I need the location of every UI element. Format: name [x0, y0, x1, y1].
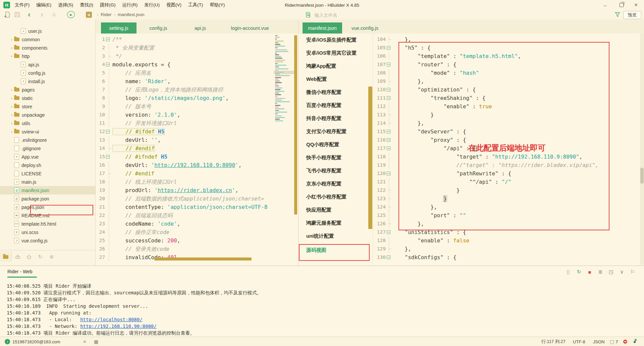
code-line-7[interactable]: 7 // 应用Logo，支持本地路径和网络路径: [96, 85, 275, 94]
code-line-5[interactable]: 5 // 应用名: [96, 69, 275, 77]
mute-bell-icon[interactable]: ⚐: [629, 269, 636, 275]
code-line-128[interactable]: 128 "enable" : false: [373, 236, 640, 245]
breadcrumb-file[interactable]: manifest.json: [118, 12, 145, 17]
manifest-menu-item[interactable]: 安卓/iOS原生插件配置: [299, 34, 372, 47]
code-line-109[interactable]: 109 },: [373, 77, 640, 85]
fold-icon[interactable]: [387, 138, 390, 142]
code-line-18[interactable]: 18 // 线上环境接口Url: [96, 178, 275, 186]
fold-icon[interactable]: [387, 230, 390, 234]
chevron-right-icon[interactable]: ›: [9, 37, 14, 42]
tree-item-http[interactable]: ›http: [0, 52, 95, 60]
tree-item-install.js[interactable]: Jinstall.js: [0, 77, 95, 85]
filetype-indicator[interactable]: JSON: [593, 337, 605, 346]
code-line-108[interactable]: 108 "mode" : "hash": [373, 69, 640, 77]
cursor-position[interactable]: 行:117 列:27: [541, 337, 566, 346]
fold-icon[interactable]: [106, 63, 110, 66]
manifest-menu-item[interactable]: 快应用配置: [299, 204, 372, 217]
code-line-122[interactable]: 122 }: [373, 186, 640, 194]
breadcrumb-project[interactable]: Rider: [101, 12, 111, 17]
minimize-button[interactable]: –: [598, 0, 612, 10]
menubar-item[interactable]: 帮助(Y): [206, 0, 228, 10]
code-line-10[interactable]: 10 version: '2.1.0',: [96, 111, 275, 119]
tree-item-template.h5.html[interactable]: <>template.h5.html: [0, 220, 95, 228]
code-line-9[interactable]: 9 // 版本号: [96, 102, 275, 111]
code-line-115[interactable]: 115 "devServer" : {: [373, 127, 640, 136]
encoding-indicator[interactable]: UTF-8: [573, 337, 585, 346]
code-line-125[interactable]: 125 "port" : "": [373, 211, 640, 220]
code-line-112[interactable]: 112 "enable" : true: [373, 102, 640, 111]
code-line-24[interactable]: 24 // 操作正常code: [96, 228, 275, 236]
menubar-item[interactable]: 发行(U): [141, 0, 163, 10]
plugins-globe-icon[interactable]: ⊕: [46, 252, 57, 262]
code-line-3[interactable]: 3 */: [96, 52, 275, 60]
restart-icon[interactable]: ↻: [576, 269, 582, 275]
code-line-14[interactable]: 14 // #endif: [96, 144, 275, 153]
chevron-right-icon[interactable]: ›: [9, 121, 14, 126]
code-line-21[interactable]: 21 contentType: 'application/json;charse…: [96, 203, 275, 211]
editor-vertical-scrollbar[interactable]: [294, 35, 297, 215]
manifest-menu-item[interactable]: 鸿蒙App配置: [299, 60, 372, 73]
code-line-124[interactable]: 124 },: [373, 203, 640, 211]
code-line-23[interactable]: 23 codeName: 'code',: [96, 220, 275, 228]
code-line-16[interactable]: 16 devUrl: 'http://192.168.110.9:8090',: [96, 161, 275, 169]
console-message-count[interactable]: ▢ 7: [610, 337, 618, 346]
code-line-6[interactable]: 6 name: 'Rider',: [96, 77, 275, 85]
manifest-menu-item[interactable]: uni统计配置: [299, 230, 372, 243]
run-button[interactable]: ▶: [66, 10, 75, 19]
code-line-110[interactable]: 110 "optimization" : {: [373, 85, 640, 94]
code-line-114[interactable]: 114 },: [373, 119, 640, 127]
code-line-118[interactable]: 118 "target" : "http://192.168.110.9:809…: [373, 153, 640, 161]
fold-icon[interactable]: [387, 63, 390, 66]
debug-icon[interactable]: [23, 252, 35, 262]
chevron-right-icon[interactable]: ›: [9, 96, 14, 101]
tree-item-main.js[interactable]: Jmain.js: [0, 178, 95, 186]
manifest-menu-item[interactable]: 快手小程序配置: [299, 151, 372, 164]
tab-login-account.vue[interactable]: login-account.vue: [220, 22, 279, 34]
code-line-126[interactable]: 126 },: [373, 220, 640, 228]
search-icon[interactable]: [12, 252, 23, 262]
manifest-menu-item[interactable]: 安卓/iOS常用其它设置: [299, 47, 372, 60]
fold-icon[interactable]: [387, 130, 390, 133]
navigate-forward-button[interactable]: ›: [38, 10, 46, 19]
tree-item-uview-ui[interactable]: ›uview-ui: [0, 127, 95, 136]
tree-item-uni.scss[interactable]: Suni.scss: [0, 228, 95, 236]
refresh-icon[interactable]: ↻: [35, 252, 46, 262]
log-link[interactable]: http://192.168.110.90:8080/: [80, 324, 157, 329]
tab-setting.js[interactable]: setting.js: [101, 22, 137, 34]
code-line-106[interactable]: 106 "template" : "template.h5.html",: [373, 52, 640, 60]
menubar-item[interactable]: 视图(V): [163, 0, 185, 10]
fold-icon[interactable]: [106, 130, 110, 133]
chevron-right-icon[interactable]: ›: [9, 129, 14, 134]
menubar-item[interactable]: 跳转(G): [97, 0, 119, 10]
tree-item-static[interactable]: ›static: [0, 94, 95, 102]
code-line-123[interactable]: 123 }: [373, 194, 640, 203]
outline-list-icon[interactable]: ≡: [83, 337, 86, 346]
tree-item-LICENSE[interactable]: LICENSE: [0, 169, 95, 178]
device-run-icon[interactable]: ▯: [565, 269, 572, 275]
project-explorer-icon[interactable]: [0, 252, 12, 262]
close-button[interactable]: ×: [629, 0, 643, 10]
code-line-25[interactable]: 25 successCode: 200,: [96, 236, 275, 245]
code-line-113[interactable]: 113 }: [373, 111, 640, 119]
manifest-menu-item[interactable]: 鸿蒙元服务配置: [299, 217, 372, 230]
fold-icon[interactable]: [106, 155, 110, 159]
editor-minimap[interactable]: [275, 35, 294, 176]
tab-vue.config.js[interactable]: vue.config.js: [342, 22, 388, 34]
manifest-menu-item[interactable]: 飞书小程序配置: [299, 164, 372, 177]
manifest-menu-item[interactable]: Web配置: [299, 73, 372, 86]
filter-button[interactable]: [614, 10, 621, 19]
fold-icon[interactable]: [387, 147, 390, 150]
manifest-menu-item[interactable]: 京东小程序配置: [299, 177, 372, 190]
manifest-menu-item[interactable]: 支付宝小程序配置: [299, 125, 372, 138]
tree-item-vue.config.js[interactable]: Jvue.config.js: [0, 236, 95, 245]
manifest-menu-item[interactable]: 百度小程序配置: [299, 99, 372, 112]
code-line-119[interactable]: 119 //"target" : "https://rider.bladex.v…: [373, 161, 640, 169]
code-line-17[interactable]: 17 // #endif: [96, 169, 275, 178]
right-editor-scrollbar-thumb[interactable]: [640, 168, 644, 184]
code-line-111[interactable]: 111 "treeShaking" : {: [373, 94, 640, 102]
open-external-icon[interactable]: ◳: [608, 269, 614, 275]
fold-icon[interactable]: [387, 255, 390, 259]
code-line-104[interactable]: 104 },: [373, 35, 640, 44]
code-line-8[interactable]: 8 logo: '/static/images/logo.png',: [96, 94, 275, 102]
do-not-disturb-toggle[interactable]: [623, 337, 627, 346]
